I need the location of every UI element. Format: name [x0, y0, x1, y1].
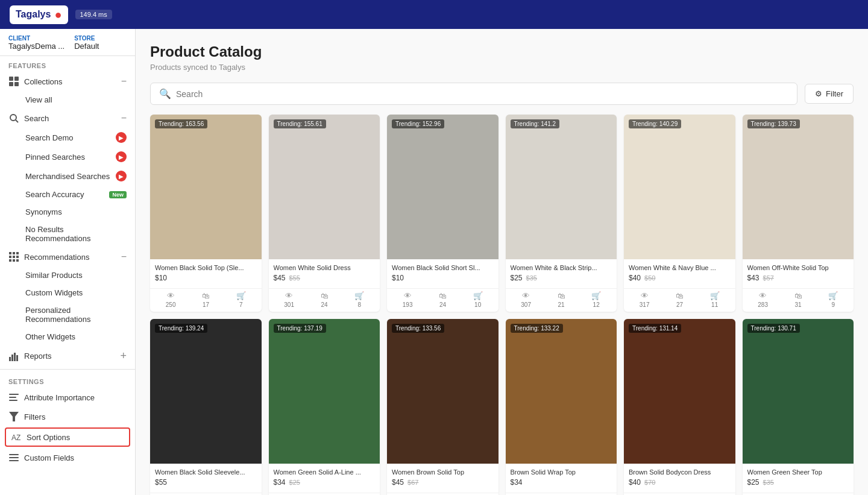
sidebar-item-custom-fields[interactable]: Custom Fields — [0, 448, 135, 467]
trending-badge: Trending: 141.2 — [511, 119, 560, 128]
wishlist-icon: 🛍 — [676, 291, 684, 300]
product-name: Women White & Navy Blue ... — [629, 264, 731, 271]
product-card[interactable]: Trending: 130.71 Women Green Sheer Top $… — [743, 319, 854, 495]
sidebar-item-similar-products[interactable]: Similar Products — [17, 266, 135, 284]
sidebar-item-no-results[interactable]: No Results Recommendations — [17, 221, 135, 247]
wishlist-count: 27 — [676, 301, 683, 308]
collections-toggle[interactable]: − — [121, 76, 127, 87]
views-icon: 👁 — [404, 291, 412, 300]
product-card[interactable]: Trending: 152.96 Women Black Solid Short… — [387, 115, 498, 312]
topnav: Tagalys ● 149.4 ms — [0, 0, 868, 29]
custom-widgets-label: Custom Widgets — [25, 288, 127, 297]
recommendations-toggle[interactable]: − — [121, 251, 127, 262]
sidebar-item-collections[interactable]: Collections − — [0, 72, 135, 91]
reports-icon — [8, 351, 19, 362]
pinned-searches-label: Pinned Searches — [25, 153, 111, 162]
view-all-label: View all — [25, 95, 127, 104]
synonyms-label: Synonyms — [25, 207, 127, 216]
product-name: Women White Solid Dress — [274, 264, 376, 271]
other-widgets-label: Other Widgets — [25, 332, 127, 341]
product-card[interactable]: Trending: 163.56 Women Black Solid Top (… — [150, 115, 262, 312]
sidebar-item-view-all[interactable]: View all — [17, 91, 135, 109]
features-section-label: Features — [0, 56, 135, 72]
search-toggle[interactable]: − — [121, 113, 127, 124]
product-card[interactable]: Trending: 155.61 Women White Solid Dress… — [269, 115, 380, 312]
filters-icon — [8, 411, 19, 422]
attribute-icon — [8, 392, 19, 403]
sidebar-item-search-accuracy[interactable]: Search Accuracy New — [17, 186, 135, 203]
product-card[interactable]: Trending: 139.24 Women Black Solid Sleev… — [150, 319, 262, 495]
cart-icon: 🛒 — [354, 291, 364, 300]
product-name: Women Off-White Solid Top — [747, 264, 849, 271]
svg-rect-20 — [9, 397, 16, 398]
svg-rect-25 — [9, 457, 19, 458]
svg-rect-19 — [9, 394, 19, 395]
personalized-recommendations-label: Personalized Recommendations — [25, 306, 127, 324]
product-price: $34 — [511, 478, 612, 487]
wishlist-count: 31 — [795, 301, 802, 308]
trending-badge: Trending: 163.56 — [155, 119, 207, 128]
product-wishlist: 🛍 27 — [676, 291, 684, 308]
wishlist-icon: 🛍 — [794, 291, 802, 300]
search-demo-badge: ▶ — [116, 132, 127, 143]
search-input[interactable] — [176, 89, 788, 99]
product-stats: 👁 276 🛍 20 🛒 7 — [743, 493, 854, 495]
logo[interactable]: Tagalys ● — [10, 5, 68, 24]
cart-count: 9 — [831, 301, 835, 308]
sidebar-item-merchandised-searches[interactable]: Merchandised Searches ▶ — [17, 166, 135, 186]
sidebar-item-filters[interactable]: Filters — [0, 407, 135, 426]
product-card[interactable]: Trending: 137.19 Women Green Solid A-Lin… — [269, 319, 380, 495]
reports-plus-icon[interactable]: + — [120, 350, 127, 362]
filter-button[interactable]: ⚙ Filter — [805, 84, 854, 104]
store-value: Default — [74, 42, 99, 51]
search-accuracy-label: Search Accuracy — [25, 190, 104, 199]
sidebar-item-other-widgets[interactable]: Other Widgets — [17, 328, 135, 345]
sidebar-item-search-demo[interactable]: Search Demo ▶ — [17, 128, 135, 147]
product-name: Women Black Solid Short Sl... — [392, 264, 494, 271]
product-price: $43$57 — [747, 274, 849, 282]
views-icon: 👁 — [167, 291, 175, 300]
client-store-row: CLIENT TagalysDema ... STORE Default — [0, 29, 135, 56]
sidebar-item-reports[interactable]: Reports + — [0, 345, 135, 367]
product-stats: 👁 301 🛍 24 🛒 8 — [269, 288, 380, 312]
product-name: Women Brown Solid Top — [392, 468, 494, 476]
svg-rect-18 — [16, 355, 18, 361]
recommendations-label: Recommendations — [24, 253, 116, 262]
logo-dot: ● — [54, 8, 61, 22]
views-icon: 👁 — [522, 291, 530, 300]
views-count: 317 — [640, 301, 650, 308]
product-wishlist: 🛍 24 — [439, 291, 447, 308]
svg-rect-8 — [16, 252, 19, 254]
wishlist-icon: 🛍 — [558, 291, 565, 300]
sidebar-item-synonyms[interactable]: Synonyms — [17, 203, 135, 221]
product-card[interactable]: Trending: 139.73 Women Off-White Solid T… — [743, 115, 854, 312]
sidebar-item-recommendations[interactable]: Recommendations − — [0, 247, 135, 266]
product-grid: Trending: 163.56 Women Black Solid Top (… — [150, 115, 854, 495]
sidebar-item-personalized-recommendations[interactable]: Personalized Recommendations — [17, 301, 135, 328]
product-price: $45$67 — [392, 478, 494, 487]
custom-fields-icon — [8, 452, 19, 463]
sidebar-item-attribute-importance[interactable]: Attribute Importance — [0, 388, 135, 407]
product-views: 👁 250 — [166, 291, 176, 308]
similar-products-label: Similar Products — [25, 271, 127, 280]
product-card[interactable]: Trending: 131.14 Brown Solid Bodycon Dre… — [624, 319, 735, 495]
sidebar-item-sort-options[interactable]: AZ Sort Options — [5, 427, 130, 447]
product-stats: 👁 283 🛍 31 🛒 9 — [743, 288, 854, 312]
views-count: 193 — [403, 301, 413, 308]
sidebar-item-custom-widgets[interactable]: Custom Widgets — [17, 284, 135, 301]
svg-rect-1 — [14, 77, 19, 81]
svg-rect-13 — [13, 259, 15, 262]
product-stats: 👁 265 🛍 22 🛒 11 — [269, 493, 380, 495]
sidebar-item-pinned-searches[interactable]: Pinned Searches ▶ — [17, 147, 135, 166]
product-card[interactable]: Trending: 133.22 Brown Solid Wrap Top $3… — [506, 319, 617, 495]
trending-badge: Trending: 140.29 — [629, 119, 681, 128]
product-card[interactable]: Trending: 141.2 Women White & Black Stri… — [506, 115, 617, 312]
product-card[interactable]: Trending: 140.29 Women White & Navy Blue… — [624, 115, 735, 312]
product-card[interactable]: Trending: 133.56 Women Brown Solid Top $… — [387, 319, 498, 495]
views-count: 307 — [521, 301, 531, 308]
svg-line-5 — [16, 120, 18, 122]
sidebar-item-search[interactable]: Search − — [0, 109, 135, 128]
search-magnifier-icon: 🔍 — [159, 88, 171, 99]
svg-rect-2 — [9, 82, 13, 86]
filter-label: Filter — [826, 89, 843, 98]
